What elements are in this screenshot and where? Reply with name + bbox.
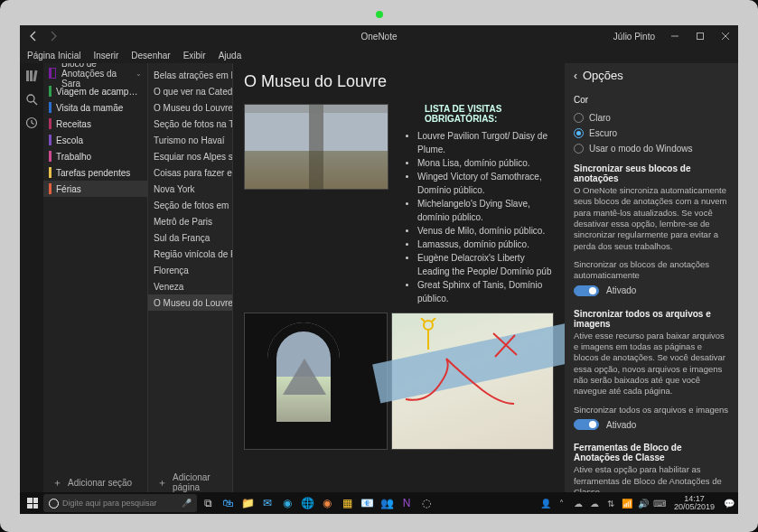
tray-network-icon[interactable]: ⇅ [605,498,616,509]
page-item[interactable]: Região vinícola de Piem… [148,246,232,262]
tab-draw[interactable]: Desenhar [131,51,170,61]
plus-icon: ＋ [157,476,167,490]
page-item[interactable]: Coisas para fazer em Paris [148,164,232,181]
radio-light[interactable]: Claro [574,110,729,126]
recent-icon[interactable] [24,116,39,130]
page-item[interactable]: O Museu do Louvre [148,99,232,116]
tab-insert[interactable]: Inserir [93,51,118,61]
section-item[interactable]: Trabalho [43,148,147,164]
search-icon[interactable] [24,92,39,107]
page-item[interactable]: Florença [148,262,232,278]
mic-icon[interactable]: 🎤 [182,499,192,508]
chrome-icon[interactable]: 🌐 [298,494,316,512]
radio-windows[interactable]: Usar o modo do Windows [574,141,729,156]
page-item[interactable]: O que ver na Catedral de … [148,83,232,99]
mail-icon[interactable]: ✉ [258,494,276,512]
section-item[interactable]: Férias [43,181,147,197]
forward-button[interactable] [47,30,60,42]
page-item[interactable]: O Museu do Louvre [148,294,232,311]
action-center-icon[interactable]: 💬 [724,498,735,509]
notebooks-icon[interactable] [24,69,39,83]
notebook-picker[interactable]: Bloco de Anotações da Sara ⌄ [43,63,147,83]
switch-knob [589,421,596,428]
visit-item: Great Sphinx of Tanis, Domínio público. [417,278,554,305]
tray-up-icon[interactable]: ˄ [557,498,567,509]
taskbar-date: 20/05/2019 [674,503,715,511]
taskbar-search[interactable]: Digite aqui para pesquisar 🎤 [43,494,197,512]
page-item[interactable]: Esquiar nos Alpes suíços [148,148,232,164]
image-louvre-arch[interactable] [244,313,388,450]
tray-onedrive-icon[interactable]: ☁ [573,498,584,509]
radio-windows-label: Usar o modo do Windows [589,144,693,154]
radio-dark-label: Escuro [589,128,617,138]
user-name[interactable]: Júlio Pinto [613,32,655,42]
image-louvre-exterior[interactable] [244,104,388,190]
section-color-bar [49,102,51,113]
sync-files-switch-row: Ativado [574,419,729,430]
page-item[interactable]: Metrô de Paris [148,213,232,229]
page-title[interactable]: O Museu do Louvre [244,72,554,91]
teams-icon[interactable]: 👥 [378,494,396,512]
maximize-button[interactable] [688,25,713,47]
image-map[interactable] [391,313,554,450]
tab-view[interactable]: Exibir [183,51,206,61]
back-button[interactable] [27,30,40,42]
sync-auto-switch[interactable] [574,285,599,296]
explorer-icon[interactable]: 📁 [239,494,257,512]
office-icon[interactable]: ◉ [318,494,336,512]
add-page-button[interactable]: ＋Adicionar página [148,472,232,492]
taskbar-clock[interactable]: 14:17 20/05/2019 [674,495,715,512]
page-item[interactable]: Belas atrações em Paris [148,67,232,83]
spinner-icon[interactable]: ◌ [417,494,435,512]
radio-dark[interactable]: Escuro [574,126,729,141]
section-item[interactable]: Escola [43,132,147,148]
page-item[interactable]: Seção de fotos em Man… [148,197,232,213]
edge-icon[interactable]: ◉ [278,494,296,512]
add-section-button[interactable]: ＋Adicionar seção [43,472,147,492]
page-item[interactable]: Sul da França [148,229,232,246]
start-button[interactable] [23,494,42,512]
section-item[interactable]: Viagem de acamp… [43,83,147,99]
section-label: Tarefas pendentes [56,168,130,178]
nav-buttons [20,30,60,42]
close-button[interactable] [713,25,738,47]
task-view-icon[interactable]: ⧉ [199,494,217,512]
onenote-icon[interactable]: N [398,494,416,512]
sync-auto-switch-row: Ativado [574,285,729,296]
tab-help[interactable]: Ajuda [219,51,242,61]
add-section-label: Adicionar seção [68,478,132,488]
system-tray: 👤 ˄ ☁ ☁ ⇅ 📶 🔊 ⌨ 14:17 20/05/2019 💬 [540,495,735,512]
svg-point-5 [27,95,34,102]
section-label: Trabalho [56,152,91,162]
content: Bloco de Anotações da Sara ⌄ Viagem de a… [20,63,738,492]
sync-files-state: Ativado [606,420,636,430]
tab-home[interactable]: Página Inicial [27,51,80,61]
outlook-icon[interactable]: 📧 [358,494,376,512]
section-item[interactable]: Visita da mamãe [43,99,147,116]
section-item[interactable]: Receitas [43,116,147,132]
page-item[interactable]: Seção de fotos na Torre… [148,116,232,132]
tray-wifi-icon[interactable]: 📶 [622,498,632,509]
squares-icon[interactable]: ▦ [338,494,356,512]
panel-title: Opções [583,69,623,82]
tray-people-icon[interactable]: 👤 [540,498,551,509]
page-item[interactable]: Veneza [148,278,232,294]
page-canvas[interactable]: O Museu do Louvre LISTA DE VISITAS OBRIG… [233,63,565,492]
minimize-button[interactable] [662,25,688,47]
pyramid-shape [283,359,326,395]
tray-cloud-icon[interactable]: ☁ [589,498,600,509]
panel-back-icon[interactable]: ‹ [574,70,577,82]
sync-files-switch[interactable] [574,419,599,430]
ink-stroke [401,354,519,417]
section-item[interactable]: Tarefas pendentes [43,164,147,181]
svg-rect-3 [30,70,33,81]
taskbar: Digite aqui para pesquisar 🎤 ⧉ 🛍 📁 ✉ ◉ 🌐… [20,492,738,514]
page-item[interactable]: Turismo no Havaí [148,132,232,148]
page-item[interactable]: Nova York [148,181,232,197]
tray-volume-icon[interactable]: 🔊 [638,498,649,509]
titlebar: OneNote Júlio Pinto [20,25,738,47]
tray-lang-icon[interactable]: ⌨ [654,498,665,509]
store-icon[interactable]: 🛍 [219,494,237,512]
panel-header: ‹ Opções [574,69,729,82]
options-panel: ‹ Opções Cor Claro Escuro Usar o modo do… [565,63,738,492]
